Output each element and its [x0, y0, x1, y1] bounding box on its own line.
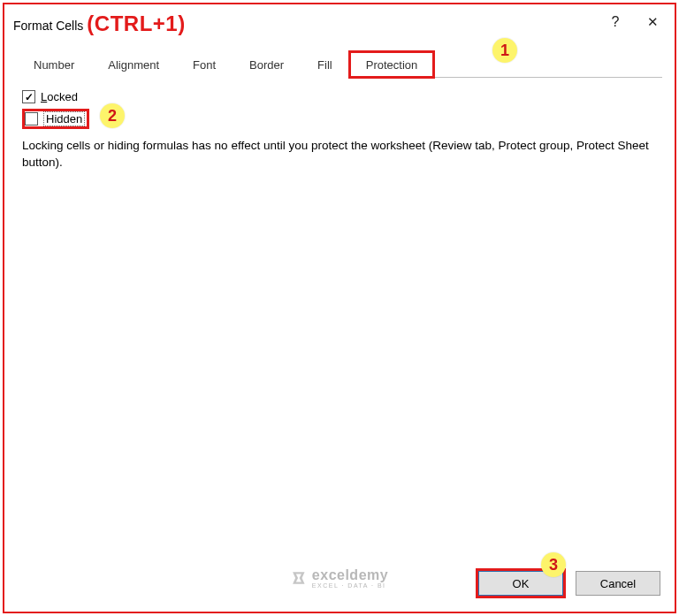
help-button[interactable]: ?	[597, 8, 634, 36]
tab-font[interactable]: Font	[176, 51, 233, 78]
ok-button[interactable]: OK	[478, 571, 563, 596]
tab-alignment[interactable]: Alignment	[91, 51, 176, 78]
cancel-button[interactable]: Cancel	[576, 571, 660, 596]
hidden-row[interactable]: Hidden	[22, 109, 657, 129]
titlebar: Format Cells (CTRL+1) ? ✕	[4, 4, 675, 43]
protection-panel: Locked Hidden Locking cells or hiding fo…	[4, 78, 675, 562]
dialog-title: Format Cells	[13, 15, 83, 33]
format-cells-dialog: Format Cells (CTRL+1) ? ✕ Number Alignme…	[3, 3, 676, 613]
tab-fill[interactable]: Fill	[301, 51, 349, 78]
tab-border[interactable]: Border	[233, 51, 301, 78]
protection-help-text: Locking cells or hiding formulas has no …	[22, 138, 657, 171]
titlebar-controls: ? ✕	[597, 8, 671, 36]
tab-number[interactable]: Number	[17, 51, 91, 78]
hidden-checkbox[interactable]	[25, 112, 38, 125]
close-button[interactable]: ✕	[634, 8, 671, 36]
locked-checkbox[interactable]	[22, 90, 35, 103]
locked-label: Locked	[41, 90, 78, 103]
tab-protection[interactable]: Protection	[349, 51, 435, 78]
dialog-footer: OK Cancel	[4, 562, 675, 612]
locked-row[interactable]: Locked	[22, 90, 657, 103]
tab-strip: Number Alignment Font Border Fill Protec…	[17, 50, 662, 78]
shortcut-annotation: (CTRL+1)	[87, 11, 185, 36]
hidden-highlight-box: Hidden	[22, 109, 89, 129]
hidden-label: Hidden	[43, 111, 85, 126]
